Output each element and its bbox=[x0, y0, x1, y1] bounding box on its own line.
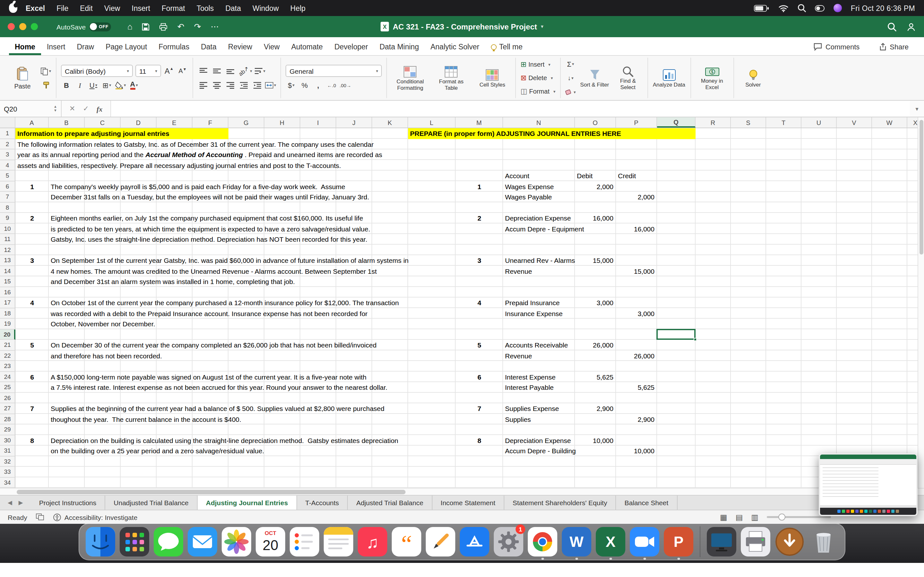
close-window-button[interactable] bbox=[8, 23, 15, 30]
column-header-D[interactable]: D bbox=[121, 117, 157, 127]
share-user-icon[interactable] bbox=[907, 22, 916, 31]
align-middle-button[interactable] bbox=[211, 65, 222, 77]
row-header-8[interactable]: 8 bbox=[0, 202, 15, 213]
insert-function-icon[interactable]: fx bbox=[97, 105, 102, 113]
cell-P10[interactable]: 16,000 bbox=[616, 223, 657, 234]
sheet-tab-adjusted-trial-balance[interactable]: Adjusted Trial Balance bbox=[348, 496, 432, 510]
insert-cells-button[interactable]: ⊞ Insert▾ bbox=[521, 59, 556, 70]
row-header-6[interactable]: 6 bbox=[0, 181, 15, 192]
row-header-34[interactable]: 34 bbox=[0, 477, 15, 488]
cell-P14[interactable]: 15,000 bbox=[616, 266, 657, 276]
font-color-button[interactable]: A▾ bbox=[129, 79, 140, 91]
formula-input[interactable] bbox=[111, 101, 910, 117]
row-header-27[interactable]: 27 bbox=[0, 403, 15, 414]
cell-M9[interactable]: 2 bbox=[456, 213, 503, 223]
ribbon-tab-insert[interactable]: Insert bbox=[41, 39, 71, 55]
cell-O5[interactable]: Debit bbox=[577, 171, 593, 181]
copy-button[interactable]: ▾ bbox=[40, 65, 51, 77]
ribbon-tab-analytic-solver[interactable]: Analytic Solver bbox=[425, 39, 485, 55]
sheet-tab-statement-shareholders-equity[interactable]: Statement Shareholders' Equity bbox=[504, 496, 616, 510]
menu-help[interactable]: Help bbox=[284, 0, 311, 16]
page-break-view-icon[interactable]: ▥ bbox=[751, 513, 758, 522]
dock-calendar-icon[interactable]: OCT20 bbox=[255, 526, 286, 557]
format-painter-button[interactable] bbox=[40, 79, 51, 91]
cell-N5[interactable]: Account bbox=[505, 171, 529, 181]
merge-center-button[interactable]: ▾ bbox=[265, 79, 276, 91]
row-header-12[interactable]: 12 bbox=[0, 245, 15, 255]
dock-finder-icon[interactable] bbox=[85, 526, 116, 557]
dock-settings-icon[interactable]: 1 bbox=[493, 526, 524, 557]
grid-canvas[interactable]: 1234567891011121314151617181920212223242… bbox=[0, 128, 924, 488]
cell-N10[interactable]: Accum Depre - Equipment bbox=[505, 223, 584, 234]
format-as-table-button[interactable]: Format as Table bbox=[433, 64, 470, 91]
save-icon[interactable] bbox=[142, 23, 150, 31]
cell-B25[interactable]: a 7.5% interest rate. Interest expense a… bbox=[51, 382, 387, 393]
formula-bar-expand-icon[interactable]: ▾ bbox=[910, 101, 924, 117]
wrap-text-button[interactable]: ▾ bbox=[255, 65, 266, 77]
analyze-data-button[interactable]: Analyze Data bbox=[652, 68, 686, 88]
cell-B11[interactable]: Gatsby, Inc. uses the straight-line depr… bbox=[51, 234, 367, 245]
dock-printer-icon[interactable] bbox=[740, 526, 771, 557]
sheet-tab-prev-icon[interactable]: ◀ bbox=[8, 500, 12, 506]
sheet-tab-next-icon[interactable]: ▶ bbox=[19, 500, 23, 506]
row-header-14[interactable]: 14 bbox=[0, 266, 15, 276]
row-header-17[interactable]: 17 bbox=[0, 298, 15, 308]
menu-insert[interactable]: Insert bbox=[126, 0, 156, 16]
increase-font-button[interactable]: A▲ bbox=[164, 65, 174, 77]
cell-N22[interactable]: Revenue bbox=[505, 350, 532, 361]
dock-photos-icon[interactable] bbox=[221, 526, 252, 557]
align-bottom-button[interactable] bbox=[225, 65, 236, 77]
column-header-H[interactable]: H bbox=[264, 117, 300, 127]
ribbon-tab-page-layout[interactable]: Page Layout bbox=[100, 39, 153, 55]
row-header-1[interactable]: 1 bbox=[0, 128, 15, 139]
cell-P22[interactable]: 26,000 bbox=[616, 350, 657, 361]
column-header-O[interactable]: O bbox=[575, 117, 616, 127]
row-header-10[interactable]: 10 bbox=[0, 223, 15, 234]
row-header-21[interactable]: 21 bbox=[0, 340, 15, 350]
sheet-tab-unadjusted-trial-balance[interactable]: Unadjusted Trial Balance bbox=[105, 496, 198, 510]
cell-B17[interactable]: On October 1st of the current year the c… bbox=[51, 298, 399, 308]
cell-B13[interactable]: On September 1st of the current year Gat… bbox=[51, 255, 409, 266]
cell-O13[interactable]: 15,000 bbox=[575, 255, 616, 266]
align-top-button[interactable] bbox=[198, 65, 208, 77]
menu-window[interactable]: Window bbox=[247, 0, 284, 16]
cell-A6[interactable]: 1 bbox=[15, 181, 49, 192]
minimize-window-button[interactable] bbox=[19, 23, 26, 30]
column-header-L[interactable]: L bbox=[408, 117, 456, 127]
cell-B28[interactable]: thoughout the year. The current balance … bbox=[51, 414, 241, 424]
menu-tools[interactable]: Tools bbox=[191, 0, 220, 16]
menu-bar-app-icon[interactable] bbox=[834, 4, 842, 12]
name-box-stepper[interactable]: ▲▼ bbox=[53, 105, 57, 113]
row-header-4[interactable]: 4 bbox=[0, 160, 15, 171]
cell-A13[interactable]: 3 bbox=[15, 255, 49, 266]
decrease-indent-button[interactable] bbox=[238, 79, 249, 91]
column-header-C[interactable]: C bbox=[85, 117, 121, 127]
row-header-3[interactable]: 3 bbox=[0, 149, 15, 160]
print-icon[interactable] bbox=[160, 23, 168, 31]
cell-O17[interactable]: 3,000 bbox=[575, 298, 616, 308]
solver-button[interactable]: Solver bbox=[738, 68, 768, 88]
cell-B18[interactable]: was recorded with a debit to the Prepaid… bbox=[51, 308, 368, 319]
cell-A17[interactable]: 4 bbox=[15, 298, 49, 308]
dock-display-icon[interactable] bbox=[706, 526, 737, 557]
cell-B30[interactable]: Depreciation on the building is calculat… bbox=[51, 435, 398, 446]
apple-menu-icon[interactable] bbox=[9, 3, 17, 13]
row-header-23[interactable]: 23 bbox=[0, 361, 15, 372]
decrease-font-button[interactable]: A▼ bbox=[177, 65, 188, 77]
row-header-22[interactable]: 22 bbox=[0, 350, 15, 361]
ribbon-tab-data-mining[interactable]: Data Mining bbox=[374, 39, 425, 55]
format-cells-button[interactable]: ◫ Format▾ bbox=[521, 86, 556, 97]
cell-P7[interactable]: 2,000 bbox=[616, 192, 657, 202]
row-header-29[interactable]: 29 bbox=[0, 424, 15, 435]
money-in-excel-button[interactable]: $ Money in Excel bbox=[695, 65, 729, 90]
column-header-W[interactable]: W bbox=[872, 117, 907, 127]
cell-O30[interactable]: 10,000 bbox=[575, 435, 616, 446]
cell-N6[interactable]: Wages Expense bbox=[505, 181, 554, 192]
row-header-11[interactable]: 11 bbox=[0, 234, 15, 245]
comments-button[interactable]: Comments bbox=[808, 41, 866, 53]
ribbon-tab-view[interactable]: View bbox=[258, 39, 285, 55]
column-header-V[interactable]: V bbox=[837, 117, 872, 127]
cell-N25[interactable]: Interest Payable bbox=[505, 382, 554, 393]
zoom-slider[interactable] bbox=[767, 516, 831, 518]
column-header-J[interactable]: J bbox=[336, 117, 372, 127]
